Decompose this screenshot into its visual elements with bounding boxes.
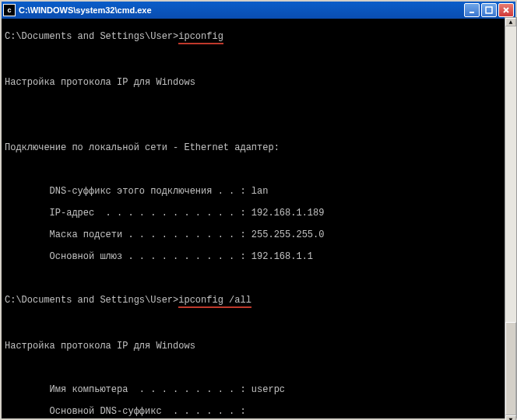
label: Основной шлюз . . . . . . . . . . :: [5, 251, 251, 262]
scroll-thumb[interactable]: [505, 322, 516, 415]
command: ipconfig: [178, 31, 223, 44]
prompt: C:\Documents and Settings\User>: [5, 31, 178, 42]
label: Основной DNS-суффикс . . . . . . :: [5, 406, 251, 417]
window-title: C:\WINDOWS\system32\cmd.exe: [19, 5, 464, 15]
cmd-window: c C:\WINDOWS\system32\cmd.exe C:\Documen…: [0, 0, 517, 420]
cmd-icon: c: [3, 4, 16, 16]
label: Имя компьютера . . . . . . . . . :: [5, 384, 251, 395]
vertical-scrollbar[interactable]: ▲ ▼: [505, 17, 517, 418]
scroll-up-button[interactable]: ▲: [505, 18, 516, 26]
value: 192.168.1.189: [251, 208, 325, 219]
label: Маска подсети . . . . . . . . . . :: [5, 229, 251, 240]
value: userpc: [251, 384, 285, 395]
section-header: Настройка протокола IP для Windows: [5, 341, 512, 352]
value: 255.255.255.0: [251, 229, 325, 240]
window-controls: [464, 3, 514, 17]
titlebar[interactable]: c C:\WINDOWS\system32\cmd.exe: [2, 2, 515, 19]
scroll-down-button[interactable]: ▼: [505, 415, 516, 420]
maximize-button[interactable]: [481, 3, 497, 17]
value: lan: [251, 186, 269, 197]
svg-rect-1: [486, 7, 492, 13]
section-header: Настройка протокола IP для Windows: [5, 77, 512, 88]
label: DNS-суффикс этого подключения . . :: [5, 186, 251, 197]
adapter-header: Подключение по локальной сети - Ethernet…: [5, 142, 512, 153]
minimize-button[interactable]: [464, 3, 480, 17]
scroll-track[interactable]: [505, 26, 516, 415]
terminal-output[interactable]: C:\Documents and Settings\User>ipconfig …: [2, 19, 515, 418]
close-button[interactable]: [498, 3, 514, 17]
label: IP-адрес . . . . . . . . . . . . :: [5, 208, 251, 219]
command: ipconfig /all: [178, 295, 251, 308]
value: 192.168.1.1: [251, 251, 313, 262]
prompt: C:\Documents and Settings\User>: [5, 295, 178, 306]
